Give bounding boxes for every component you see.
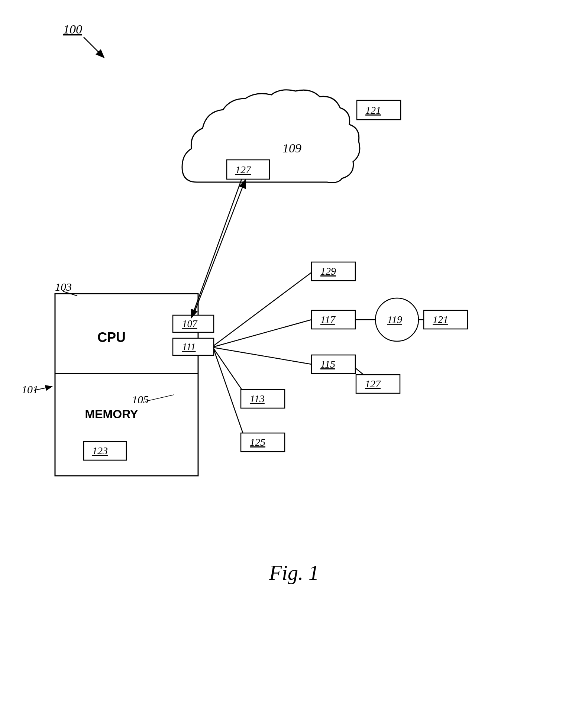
cloud-ref-109: 109 bbox=[282, 141, 301, 155]
label-127-lower: 127 bbox=[365, 378, 381, 390]
label-121-right: 121 bbox=[433, 314, 448, 325]
ref-103: 103 bbox=[55, 281, 72, 293]
label-125: 125 bbox=[250, 436, 265, 448]
ref-105: 105 bbox=[132, 393, 149, 406]
memory-text: MEMORY bbox=[85, 407, 138, 421]
main-diagram: 100 109 127 121 103 101 CPU MEMORY 123 1… bbox=[0, 0, 588, 704]
label-119: 119 bbox=[387, 314, 402, 325]
cpu-text: CPU bbox=[97, 330, 126, 345]
figure-caption: Fig. 1 bbox=[269, 561, 319, 584]
ref-100: 100 bbox=[63, 22, 82, 36]
label-107: 107 bbox=[182, 318, 198, 329]
label-111: 111 bbox=[182, 341, 196, 352]
label-127-cloud: 127 bbox=[235, 164, 251, 175]
label-113: 113 bbox=[250, 393, 265, 404]
label-121-cloud: 121 bbox=[365, 104, 381, 116]
label-115: 115 bbox=[320, 358, 335, 370]
label-129: 129 bbox=[320, 265, 336, 277]
label-117: 117 bbox=[320, 314, 336, 325]
ref-101: 101 bbox=[22, 383, 38, 395]
label-123: 123 bbox=[92, 445, 108, 456]
